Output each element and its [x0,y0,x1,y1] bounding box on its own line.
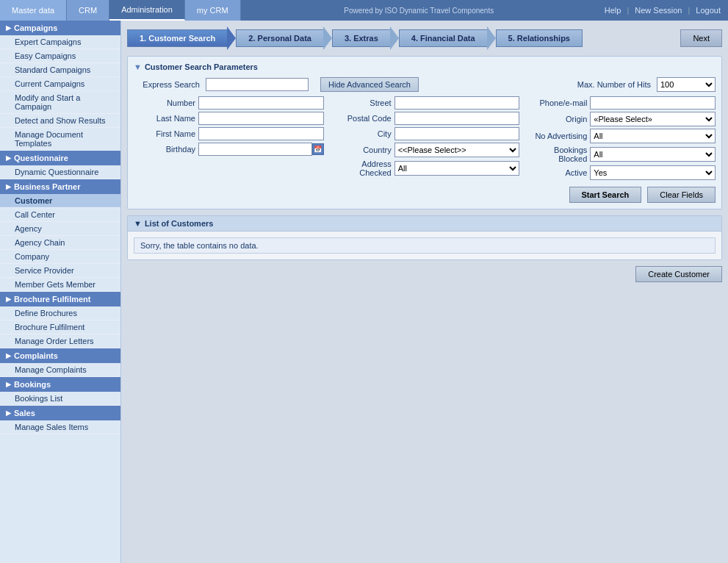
max-hits-select[interactable]: 100 50 200 500 [657,77,716,92]
no-advertising-select[interactable]: All Yes No [590,129,716,143]
sidebar-item-call-center[interactable]: Call Center [0,208,120,222]
step-5-button[interactable]: 5. Relationships [496,29,583,47]
express-search-input[interactable] [206,78,309,91]
sidebar-section-questionnaire[interactable]: ▶ Questionnaire [0,151,120,165]
next-button[interactable]: Next [680,29,722,47]
sidebar-item-easy-campaigns[interactable]: Easy Campaigns [0,49,120,63]
step-1[interactable]: 1. Customer Search [127,26,236,50]
tab-crm[interactable]: CRM [67,0,109,21]
tab-my-crm[interactable]: my CRM [185,0,241,21]
step-5[interactable]: 5. Relationships [496,29,583,47]
birthday-input[interactable] [198,143,312,156]
campaigns-arrow-icon: ▶ [6,24,11,32]
sidebar-item-dynamic-questionnaire[interactable]: Dynamic Questionnaire [0,165,120,179]
sidebar-item-standard-campaigns[interactable]: Standard Campaigns [0,63,120,77]
search-col-3: Phone/e-mail Origin «Please Select» No A… [525,96,716,182]
sidebar-item-current-campaigns[interactable]: Current Campaigns [0,77,120,91]
step-3-arrow-icon [390,26,399,50]
address-checked-select[interactable]: All Yes No [394,161,520,176]
step-2[interactable]: 2. Personal Data [236,26,332,50]
sidebar-item-define-brochures[interactable]: Define Brochures [0,306,120,320]
list-panel-title: ▼ List of Customers [128,216,721,232]
sidebar-item-service-provider[interactable]: Service Provider [0,264,120,278]
step-3[interactable]: 3. Extras [332,26,399,50]
express-search-row: Express Search Hide Advanced Search Max.… [134,77,716,92]
first-name-input[interactable] [198,127,324,140]
sidebar-section-complaints[interactable]: ▶ Complaints [0,348,120,363]
calendar-icon[interactable]: 📅 [312,143,324,155]
city-label: City [330,129,394,138]
questionnaire-arrow-icon: ▶ [6,154,11,162]
sidebar-item-agency[interactable]: Agency [0,222,120,236]
last-name-input[interactable] [198,112,324,125]
bookings-blocked-label: Bookings Blocked [525,146,590,163]
sidebar-item-bookings-list[interactable]: Bookings List [0,392,120,406]
business-partner-arrow-icon: ▶ [6,183,11,190]
origin-select[interactable]: «Please Select» [590,112,716,126]
origin-row: Origin «Please Select» [525,112,716,126]
sidebar-item-brochure-fulfilment[interactable]: Brochure Fulfilment [0,320,120,334]
sidebar-section-sales[interactable]: ▶ Sales [0,406,120,420]
street-label: Street [330,98,394,107]
sidebar-section-campaigns[interactable]: ▶ Campaigns [0,21,120,35]
sidebar-item-company[interactable]: Company [0,250,120,264]
address-checked-label: Address Checked [330,159,394,177]
sidebar-item-member-gets-member[interactable]: Member Gets Member [0,278,120,292]
max-hits-label: Max. Number of Hits [577,80,651,89]
phone-row: Phone/e-mail [525,96,716,110]
main-layout: ▶ Campaigns Expert Campaigns Easy Campai… [0,21,728,563]
search-panel: ▼ Customer Search Parameters Express Sea… [127,56,722,209]
top-tabs: Master data CRM Administration my CRM [0,0,241,21]
birthday-label: Birthday [134,145,198,154]
complaints-arrow-icon: ▶ [6,352,11,359]
search-panel-title: ▼ Customer Search Parameters [134,62,716,71]
sidebar: ▶ Campaigns Expert Campaigns Easy Campai… [0,21,121,563]
sidebar-item-agency-chain[interactable]: Agency Chain [0,236,120,250]
search-panel-icon: ▼ [134,62,142,71]
search-col-2: Street Postal Code City Country [330,96,520,182]
help-link[interactable]: Help [605,6,621,15]
sidebar-item-manage-order-letters[interactable]: Manage Order Letters [0,334,120,348]
bottom-actions: Create Customer [127,266,722,282]
no-data-message: Sorry, the table contains no data. [134,237,716,254]
sidebar-item-modify-start[interactable]: Modify and Start a Campaign [0,91,120,114]
step-4-arrow-icon [487,26,496,50]
start-search-button[interactable]: Start Search [569,187,642,203]
hide-advanced-search-button[interactable]: Hide Advanced Search [320,77,419,92]
create-customer-button[interactable]: Create Customer [635,266,722,282]
tab-administration[interactable]: Administration [109,0,185,21]
sidebar-item-customer[interactable]: Customer [0,194,120,208]
sidebar-item-manage-complaints[interactable]: Manage Complaints [0,363,120,377]
sidebar-item-detect-show[interactable]: Detect and Show Results [0,114,120,128]
search-col-1: Number Last Name First Name Birthday [134,96,324,182]
step-3-button[interactable]: 3. Extras [332,29,391,47]
step-2-button[interactable]: 2. Personal Data [236,29,324,47]
step-1-button[interactable]: 1. Customer Search [127,29,228,47]
phone-input[interactable] [590,96,716,110]
city-input[interactable] [394,127,520,140]
sidebar-item-manage-doc[interactable]: Manage Document Templates [0,128,120,151]
number-input[interactable] [198,96,324,110]
postal-code-row: Postal Code [330,112,520,125]
sidebar-section-brochure[interactable]: ▶ Brochure Fulfilment [0,292,120,306]
country-select[interactable]: <<Please Select>> [394,143,520,157]
first-name-row: First Name [134,127,324,140]
postal-code-input[interactable] [394,112,520,125]
bookings-blocked-select[interactable]: All Yes No [590,147,716,162]
origin-label: Origin [525,115,590,123]
last-name-row: Last Name [134,112,324,125]
logout-link[interactable]: Logout [696,6,721,15]
new-session-link[interactable]: New Session [635,6,682,15]
list-panel-icon: ▼ [134,219,142,228]
tab-master-data[interactable]: Master data [0,0,67,21]
step-4-button[interactable]: 4. Financial Data [399,29,488,47]
sidebar-item-expert-campaigns[interactable]: Expert Campaigns [0,35,120,49]
step-tabs: 1. Customer Search 2. Personal Data 3. E… [127,26,722,50]
step-4[interactable]: 4. Financial Data [399,26,496,50]
sidebar-section-business-partner[interactable]: ▶ Business Partner [0,179,120,194]
clear-fields-button[interactable]: Clear Fields [647,187,716,203]
sidebar-section-bookings[interactable]: ▶ Bookings [0,377,120,392]
sidebar-item-manage-sales-items[interactable]: Manage Sales Items [0,420,120,434]
street-input[interactable] [394,96,520,110]
active-select[interactable]: Yes No All [590,165,716,180]
